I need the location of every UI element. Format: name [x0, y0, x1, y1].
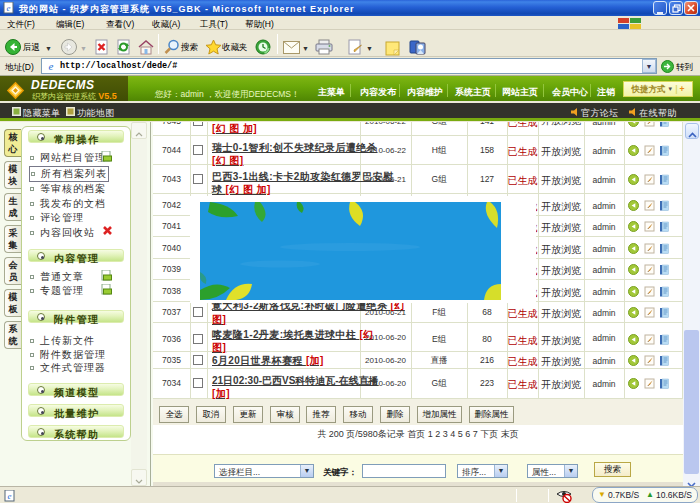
svg-text:e: e: [7, 3, 11, 13]
svg-text:e: e: [8, 491, 12, 501]
svg-text:e: e: [49, 60, 54, 72]
